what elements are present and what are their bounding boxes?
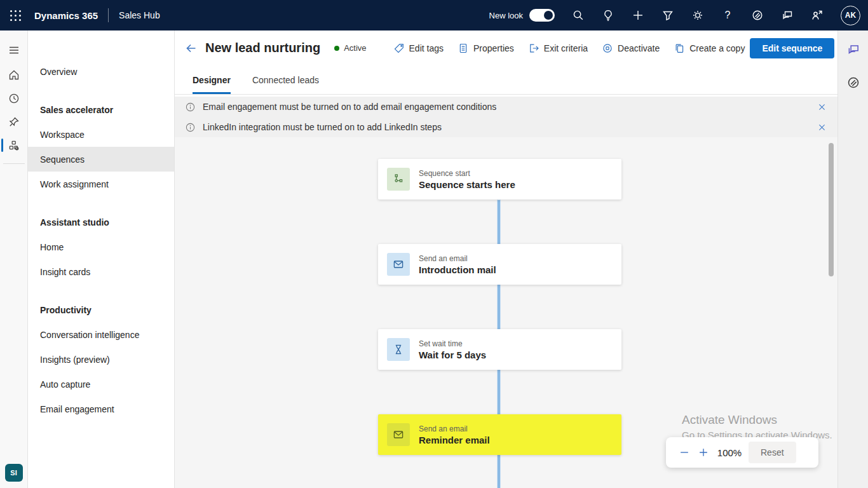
new-look-toggle[interactable]: [529, 9, 555, 22]
info-icon: [185, 102, 196, 112]
copilot-icon[interactable]: [751, 9, 764, 22]
sidebar-item: Assistant studio: [28, 210, 174, 234]
sidebar-item[interactable]: Insight cards: [28, 259, 174, 284]
tab[interactable]: Connected leads: [252, 65, 319, 94]
app-badge[interactable]: SI: [5, 464, 23, 482]
command-label: Exit criteria: [544, 43, 588, 53]
sidebar-item[interactable]: Auto capture: [28, 372, 174, 396]
sales-accelerator-app-icon[interactable]: [0, 133, 28, 157]
sidebar-item[interactable]: Insights (preview): [28, 347, 174, 372]
back-arrow-icon[interactable]: [185, 39, 198, 57]
sidebar-item-label: Home: [40, 242, 64, 252]
share-contact-icon[interactable]: [811, 9, 824, 22]
step-title: Wait for 5 days: [419, 349, 486, 361]
banner-close-icon[interactable]: [815, 100, 829, 114]
step-type-label: Set wait time: [419, 339, 486, 349]
banner-close-icon[interactable]: [815, 120, 829, 134]
teams-chat-icon[interactable]: [846, 42, 861, 57]
sidebar-item[interactable]: Work assignment: [28, 172, 174, 196]
topbar-actions: New look ? AK: [489, 6, 868, 25]
search-icon[interactable]: [572, 9, 585, 22]
status-dot-icon: [334, 46, 339, 51]
sidebar-item-label: Productivity: [40, 305, 92, 315]
command-label: Create a copy: [689, 43, 745, 53]
edit-sequence-button[interactable]: Edit sequence: [750, 38, 834, 58]
sidebar-item-label: Auto capture: [40, 379, 90, 390]
sidebar-item: Productivity: [28, 297, 174, 322]
zoom-controls: 100% Reset: [666, 437, 818, 468]
sequence-step-card[interactable]: Sequence start Sequence starts here: [378, 159, 621, 200]
zoom-out-minus-icon[interactable]: [675, 443, 694, 462]
rail-divider: [3, 163, 25, 164]
command-label: Deactivate: [618, 43, 660, 53]
sidebar-item[interactable]: Sequences: [28, 147, 174, 172]
app-name[interactable]: Sales Hub: [119, 10, 160, 20]
exit-criteria-icon: [528, 43, 539, 54]
card-text: Send an email Introduction mail: [419, 254, 496, 276]
home-icon[interactable]: [0, 63, 28, 86]
pinned-icon[interactable]: [0, 110, 28, 133]
copilot-panel-icon[interactable]: [846, 75, 861, 90]
right-icon-rail: [837, 30, 868, 488]
sidebar-item-label: Conversation intelligence: [40, 330, 139, 340]
left-icon-rail: SI: [0, 30, 28, 488]
zoom-in-plus-icon[interactable]: [694, 443, 713, 462]
page-title: New lead nurturing: [205, 41, 320, 55]
sidebar-item-label: Sequences: [40, 154, 85, 165]
menu-hamburger-icon[interactable]: [0, 38, 28, 62]
sequence-designer-canvas[interactable]: Sequence start Sequence starts here Send…: [175, 137, 837, 488]
filter-icon[interactable]: [661, 9, 674, 22]
sidebar-item[interactable]: Home: [28, 234, 174, 259]
copy-icon: [674, 43, 685, 54]
sequence-start-flow-icon: [387, 168, 410, 191]
topbar-divider: [108, 8, 109, 22]
email-envelope-icon: [387, 253, 410, 276]
settings-gear-icon[interactable]: [691, 9, 704, 22]
sidebar-item[interactable]: Conversation intelligence: [28, 322, 174, 347]
sidebar-item-label: Workspace: [40, 130, 85, 140]
sidebar-item-label: Sales accelerator: [40, 105, 113, 115]
new-look-label: New look: [489, 11, 523, 20]
command-bar: New lead nurturing Active Edi: [175, 30, 837, 65]
add-icon[interactable]: [632, 9, 644, 22]
email-envelope-icon: [387, 423, 410, 446]
command-button[interactable]: Edit tags: [388, 39, 449, 58]
step-title: Reminder email: [419, 434, 490, 446]
command-button[interactable]: Deactivate: [597, 39, 665, 58]
sequence-step-card[interactable]: Send an email Introduction mail: [378, 244, 621, 285]
sidebar-item[interactable]: Overview: [28, 59, 174, 84]
info-icon: [185, 122, 196, 133]
zoom-level-value: 100%: [713, 447, 746, 458]
command-label: Properties: [473, 43, 514, 53]
app-launcher-waffle-icon[interactable]: [0, 0, 31, 30]
new-look-toggle-group: New look: [489, 9, 555, 22]
info-banner: Email engagement must be turned on to ad…: [175, 97, 837, 117]
sequence-step-card[interactable]: Set wait time Wait for 5 days: [378, 329, 621, 370]
sidebar-item-label: Assistant studio: [40, 217, 109, 227]
lightbulb-icon[interactable]: [602, 9, 614, 22]
command-label: Edit tags: [409, 43, 444, 53]
top-navigation-bar: Dynamics 365 Sales Hub New look ?: [0, 0, 868, 30]
command-list: Edit tags Properties: [388, 39, 750, 58]
command-button[interactable]: Exit criteria: [523, 39, 593, 58]
sidebar-item[interactable]: Email engagement: [28, 396, 174, 421]
step-type-label: Sequence start: [419, 168, 515, 179]
sequence-step-card[interactable]: Send an email Reminder email: [378, 414, 621, 455]
user-avatar[interactable]: AK: [841, 6, 860, 25]
sidebar-item-label: Work assignment: [40, 179, 109, 189]
help-icon[interactable]: ?: [721, 9, 734, 22]
command-button[interactable]: Create a copy: [668, 39, 750, 58]
vertical-scrollbar-thumb[interactable]: [829, 143, 834, 276]
sequence-steps: Sequence start Sequence starts here Send…: [378, 159, 621, 455]
tab-strip: Designer Connected leads: [175, 65, 837, 95]
step-title: Sequence starts here: [419, 179, 515, 191]
recent-clock-icon[interactable]: [0, 86, 28, 110]
step-title: Introduction mail: [419, 264, 496, 276]
active-rail-indicator: [1, 139, 3, 152]
sidebar-item[interactable]: Workspace: [28, 122, 174, 147]
command-button[interactable]: Properties: [452, 39, 519, 58]
status-label: Active: [344, 43, 366, 53]
tab[interactable]: Designer: [193, 65, 231, 94]
feedback-icon[interactable]: [781, 9, 794, 22]
zoom-reset-button[interactable]: Reset: [749, 442, 796, 463]
